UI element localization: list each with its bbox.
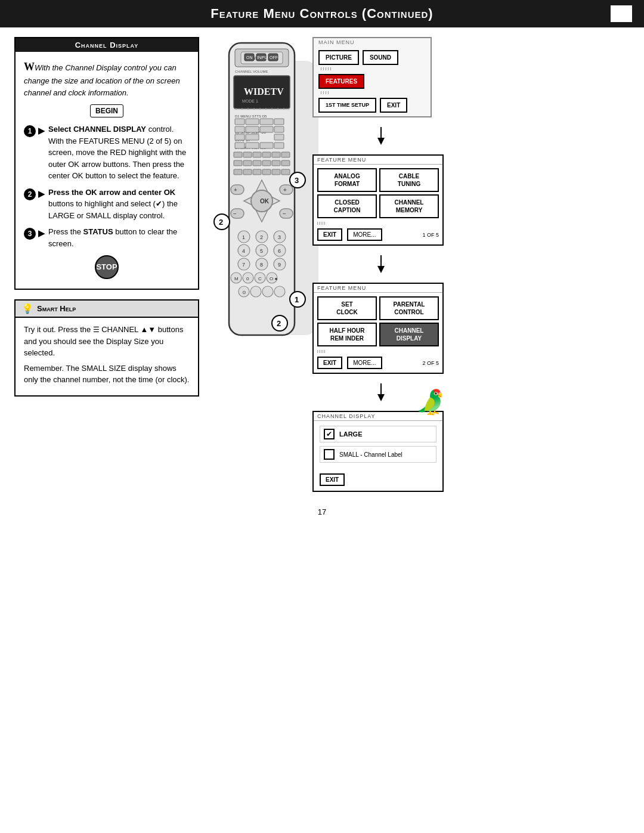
- svg-text:MODE 1: MODE 1: [242, 99, 258, 103]
- smart-help-section: 💡 Smart Help Try it out. Press the ☰ CHA…: [14, 299, 199, 397]
- step-1-circle: 1: [24, 125, 36, 137]
- page-indicator-f2: 2 OF 5: [422, 360, 439, 366]
- svg-text:8: 8: [260, 262, 263, 268]
- feature-menu-2-title: FEATURE MENU: [314, 284, 442, 293]
- btn-set-clock[interactable]: SET CLOCK: [317, 296, 377, 320]
- svg-rect-42: [274, 143, 284, 148]
- svg-text:OK: OK: [260, 198, 270, 205]
- feature-exit-row-1: EXIT MORE... 1 OF 5: [314, 226, 442, 244]
- svg-text:2: 2: [219, 218, 223, 227]
- svg-rect-25: [235, 119, 244, 125]
- smart-help-header: 💡 Smart Help: [16, 301, 198, 318]
- svg-marker-120: [377, 394, 385, 401]
- step-1-text: Select CHANNEL DISPLAY control. With the…: [48, 123, 190, 182]
- svg-text:ON: ON: [246, 55, 253, 60]
- step-3-text: Press the STATUS button to clear the scr…: [48, 226, 190, 249]
- svg-rect-57: [253, 169, 261, 175]
- menu-row-2: FEATURES: [318, 74, 426, 89]
- channel-display-header: Channel Display: [16, 38, 198, 52]
- channel-display-result-screen: CHANNEL DISPLAY ✔ LARGE SMALL - Channel …: [312, 411, 444, 492]
- svg-rect-36: [246, 134, 259, 140]
- btn-exit-f2[interactable]: EXIT: [317, 357, 342, 369]
- btn-parental-control[interactable]: PARENTAL CONTROL: [379, 296, 439, 320]
- step-2-arrow: ▶: [38, 188, 45, 200]
- page-number: 17: [0, 507, 644, 516]
- page-title-bar: Feature Menu Controls (Continued): [0, 0, 644, 27]
- btn-sound[interactable]: SOUND: [363, 50, 398, 65]
- intro-text: WWith the Channel Display control you ca…: [24, 59, 190, 98]
- svg-text:0: 0: [246, 276, 249, 281]
- checkbox-large[interactable]: ✔: [324, 429, 335, 439]
- diagram-area: POWER ON INPUT OFF CHANNEL VOLUME WIDETV…: [211, 37, 630, 492]
- svg-point-103: [250, 286, 261, 297]
- svg-marker-118: [377, 266, 385, 273]
- btn-features[interactable]: FEATURES: [318, 74, 364, 89]
- svg-rect-59: [272, 169, 280, 175]
- svg-rect-58: [262, 169, 271, 175]
- btn-closed-caption[interactable]: CLOSED CAPTION: [317, 194, 377, 218]
- svg-rect-39: [235, 143, 244, 148]
- main-menu-screen: MAIN MENU PICTURE SOUND: [312, 37, 432, 117]
- channel-icon: ☰: [93, 326, 101, 334]
- page-indicator-f1: 1 OF 5: [422, 232, 439, 238]
- svg-rect-55: [234, 169, 242, 175]
- feature-exit-row-2: EXIT MORE... 2 OF 5: [314, 354, 442, 373]
- svg-text:M: M: [234, 276, 239, 281]
- channel-result-footer: EXIT: [314, 471, 442, 491]
- step-3-arrow: ▶: [38, 227, 45, 240]
- svg-rect-45: [253, 152, 261, 157]
- svg-rect-35: [235, 134, 244, 140]
- svg-text:1: 1: [295, 295, 299, 304]
- btn-channel-display[interactable]: CHANNEL DISPLAY: [379, 323, 439, 346]
- svg-rect-48: [281, 152, 290, 157]
- right-column: POWER ON INPUT OFF CHANNEL VOLUME WIDETV…: [211, 37, 630, 492]
- menu-row-1: PICTURE SOUND: [318, 50, 426, 65]
- svg-rect-37: [274, 134, 284, 140]
- btn-picture[interactable]: PICTURE: [318, 50, 359, 65]
- svg-text:+: +: [283, 187, 287, 193]
- btn-more-f2[interactable]: MORE...: [347, 357, 382, 369]
- svg-text:3: 3: [278, 234, 281, 240]
- btn-1st-time-setup[interactable]: 1ST TIME SETUP: [318, 98, 376, 113]
- svg-rect-30: [235, 126, 244, 132]
- feature-menu-2-grid: SET CLOCK PARENTAL CONTROL HALF HOUR REM…: [314, 293, 442, 350]
- remote-svg: POWER ON INPUT OFF CHANNEL VOLUME WIDETV…: [211, 37, 312, 347]
- option-large-row: ✔ LARGE: [320, 426, 436, 442]
- tick-strip-f1: [314, 222, 442, 226]
- remote-container: POWER ON INPUT OFF CHANNEL VOLUME WIDETV…: [211, 37, 306, 349]
- btn-exit-f1[interactable]: EXIT: [317, 228, 342, 241]
- step-2-text: Press the OK arrow and center OK buttons…: [48, 187, 190, 222]
- svg-rect-52: [262, 160, 271, 166]
- step-3-circle: 3: [24, 228, 36, 240]
- remote-area: POWER ON INPUT OFF CHANNEL VOLUME WIDETV…: [211, 37, 306, 349]
- svg-rect-47: [272, 152, 280, 157]
- svg-text:O ●: O ●: [270, 276, 277, 281]
- arrow-2: [312, 255, 450, 273]
- svg-marker-116: [377, 138, 385, 145]
- btn-channel-memory[interactable]: CHANNEL MEMORY: [379, 194, 439, 218]
- btn-cable-tuning[interactable]: CABLE TUNING: [379, 168, 439, 192]
- feature-menu-1-grid: ANALOG FORMAT CABLE TUNING CLOSED CAPTIO…: [314, 165, 442, 222]
- svg-text:1: 1: [242, 234, 245, 240]
- begin-badge: BEGIN: [90, 104, 123, 117]
- btn-exit-result[interactable]: EXIT: [320, 473, 345, 486]
- checkbox-small[interactable]: [324, 449, 335, 460]
- svg-text:D1 MENU  STTS  D5: D1 MENU STTS D5: [235, 114, 267, 118]
- svg-text:+: +: [234, 187, 237, 193]
- btn-exit-main[interactable]: EXIT: [380, 98, 407, 113]
- svg-text:WIDETV: WIDETV: [244, 86, 284, 97]
- step-3: 3 ▶ Press the STATUS button to clear the…: [24, 226, 190, 249]
- btn-analog-format[interactable]: ANALOG FORMAT: [317, 168, 377, 192]
- btn-more-f1[interactable]: MORE...: [347, 228, 382, 241]
- svg-rect-71: [231, 185, 244, 194]
- step-2-circle: 2: [24, 188, 36, 200]
- svg-rect-32: [260, 126, 273, 132]
- feature-menu-2: FEATURE MENU SET CLOCK PARENTAL CONTROL …: [312, 283, 444, 374]
- svg-text:⊙: ⊙: [242, 290, 246, 295]
- svg-rect-28: [274, 119, 284, 125]
- arrow-1: [312, 127, 450, 145]
- title-box-decoration: [611, 5, 632, 22]
- btn-half-hour-reminder[interactable]: HALF HOUR REM INDER: [317, 323, 377, 346]
- feature-menu-1: FEATURE MENU ANALOG FORMAT CABLE TUNING …: [312, 154, 444, 246]
- svg-rect-69: [280, 209, 293, 218]
